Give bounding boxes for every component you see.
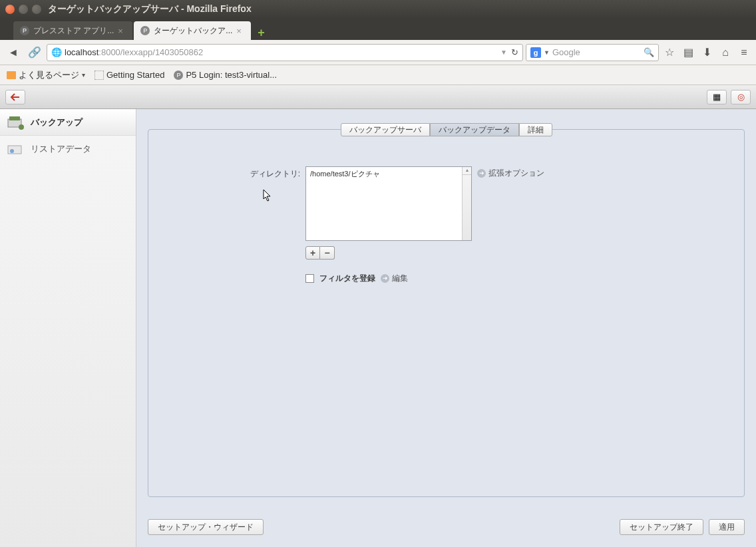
directory-item[interactable]: /home/test3/ピクチャ [306, 167, 471, 181]
search-icon[interactable]: 🔍 [644, 47, 654, 57]
reload-icon[interactable]: ↻ [511, 47, 518, 57]
sidebar-label: バックアップ [31, 116, 83, 128]
directory-listbox[interactable]: /home/test3/ピクチャ ▴ [305, 166, 472, 241]
bookmarks-toolbar: よく見るページ ▾ Getting Started P P5 Login: te… [0, 65, 756, 85]
tab-label: プレスストア アプリ... [33, 25, 114, 37]
panel-tabs: バックアップサーバ バックアップデータ 詳細 [341, 123, 552, 136]
content-area: バックアップサーバ バックアップデータ 詳細 ディレクトリ: /home/tes… [136, 109, 756, 547]
edit-filter-button[interactable]: ➜ 編集 [381, 273, 408, 284]
directory-label: ディレクトリ: [248, 166, 300, 180]
browser-tabstrip: P プレスストア アプリ... × P ターゲットバックア... × + [0, 19, 756, 40]
bookmark-label: Getting Started [106, 70, 164, 80]
bottom-button-bar: セットアップ・ウィザード セットアップ終了 適用 [148, 519, 745, 535]
app-tool-help[interactable]: ◎ [731, 90, 751, 104]
bookmark-getting-started[interactable]: Getting Started [94, 70, 164, 80]
extended-options-button[interactable]: ➜ 拡張オプション [477, 168, 544, 179]
bookmark-label: よく見るページ [19, 69, 79, 81]
setup-end-button[interactable]: セットアップ終了 [620, 519, 703, 535]
app-tool-1[interactable]: ▦ [707, 90, 727, 104]
bookmark-p5-login[interactable]: P P5 Login: test3-virtual... [174, 70, 277, 80]
google-icon: g [530, 47, 541, 58]
form-area: ディレクトリ: /home/test3/ピクチャ ▴ + − [148, 130, 744, 297]
chevron-down-icon[interactable]: ▼ [544, 49, 550, 56]
svg-point-2 [19, 124, 24, 130]
tab-backup-server[interactable]: バックアップサーバ [341, 123, 430, 136]
window-title: ターゲットバックアップサーバ - Mozilla Firefox [48, 3, 252, 15]
setup-wizard-button[interactable]: セットアップ・ウィザード [148, 519, 264, 535]
tab-label: ターゲットバックア... [154, 25, 232, 37]
url-input[interactable]: 🌐 localhost:8000/lexxapp/1403050862 ▼ ↻ [47, 44, 523, 61]
arrow-icon: ➜ [381, 274, 389, 283]
svg-rect-1 [9, 116, 20, 120]
add-remove-buttons: + − [305, 246, 472, 260]
tab-backup-data[interactable]: バックアップデータ [430, 123, 519, 136]
bookmark-star-icon[interactable]: ☆ [662, 45, 677, 61]
sidebar-item-backup[interactable]: バックアップ [0, 109, 136, 136]
add-directory-button[interactable]: + [305, 246, 320, 260]
favicon-icon: P [20, 26, 29, 35]
svg-point-4 [10, 149, 14, 153]
sidebar-label: リストアデータ [31, 143, 91, 155]
folder-icon [7, 71, 16, 79]
browser-tab-1[interactable]: P ターゲットバックア... × [134, 21, 251, 40]
svg-rect-3 [8, 146, 21, 154]
window-controls [5, 5, 41, 14]
bookmarks-list-icon[interactable]: ▤ [680, 45, 696, 61]
settings-panel: バックアップサーバ バックアップデータ 詳細 ディレクトリ: /home/tes… [148, 129, 745, 497]
backup-icon [7, 115, 25, 130]
search-input[interactable]: g ▼ Google 🔍 [526, 44, 659, 61]
downloads-icon[interactable]: ⬇ [699, 45, 715, 61]
bookmark-label: P5 Login: test3-virtual... [186, 70, 277, 80]
nav-back-button[interactable]: ◄ [4, 43, 23, 62]
app-back-button[interactable] [5, 90, 25, 104]
scrollbar[interactable]: ▴ [462, 167, 471, 240]
browser-tab-0[interactable]: P プレスストア アプリ... × [13, 21, 132, 40]
home-icon[interactable]: ⌂ [717, 45, 733, 61]
arrow-icon: ➜ [477, 169, 486, 178]
filter-label: フィルタを登録 [319, 273, 375, 284]
sidebar: バックアップ リストアデータ [0, 109, 136, 547]
url-path: :8000/lexxapp/1403050862 [98, 47, 203, 57]
search-placeholder: Google [552, 47, 580, 57]
dropdown-icon[interactable]: ▼ [500, 49, 507, 56]
window-close-button[interactable] [5, 5, 15, 14]
app-body: バックアップ リストアデータ バックアップサーバ バックアップデータ 詳細 ディ… [0, 109, 756, 547]
url-toolbar: ◄ 🔗 🌐 localhost:8000/lexxapp/1403050862 … [0, 40, 756, 65]
menu-icon[interactable]: ≡ [736, 45, 752, 61]
app-toolbar: ▦ ◎ [0, 85, 756, 109]
window-maximize-button[interactable] [32, 5, 41, 14]
page-icon [94, 71, 104, 80]
identity-button[interactable]: 🔗 [25, 43, 44, 62]
apply-button[interactable]: 適用 [709, 519, 745, 535]
new-tab-button[interactable]: + [252, 26, 270, 40]
bookmark-most-visited[interactable]: よく見るページ ▾ [7, 69, 85, 81]
globe-icon: 🌐 [51, 47, 62, 58]
sidebar-item-restore[interactable]: リストアデータ [0, 136, 136, 162]
chevron-down-icon: ▾ [82, 71, 85, 79]
restore-icon [7, 142, 25, 156]
window-minimize-button[interactable] [19, 5, 28, 14]
url-host: localhost [65, 47, 98, 57]
remove-directory-button[interactable]: − [320, 246, 335, 260]
filter-checkbox[interactable] [305, 274, 314, 283]
window-titlebar: ターゲットバックアップサーバ - Mozilla Firefox [0, 0, 756, 19]
tab-close-icon[interactable]: × [118, 26, 126, 36]
tab-details[interactable]: 詳細 [519, 123, 552, 136]
favicon-icon: P [140, 26, 150, 35]
tab-close-icon[interactable]: × [236, 26, 244, 36]
favicon-icon: P [174, 71, 183, 80]
